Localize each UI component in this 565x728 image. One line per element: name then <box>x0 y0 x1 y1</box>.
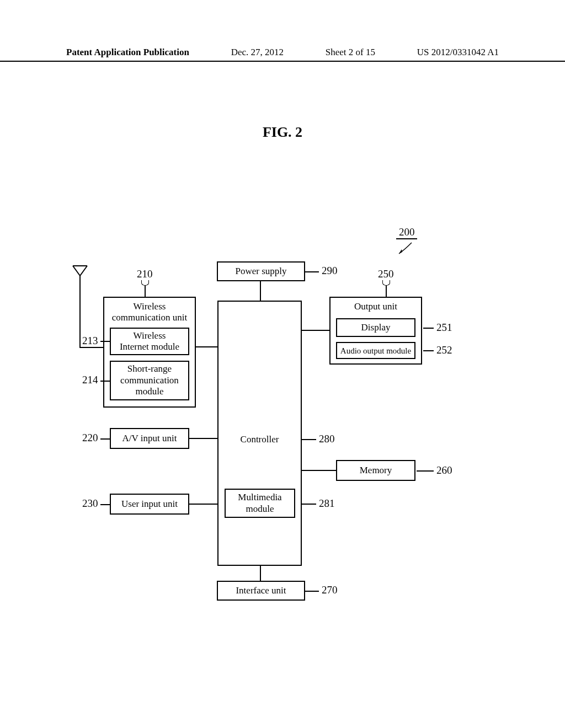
audio-output-box: Audio output module <box>336 342 415 359</box>
ref-210-arc <box>141 280 149 286</box>
antenna-line-v <box>79 298 81 347</box>
ref-280-line <box>302 439 316 440</box>
controller-box: Controller <box>217 301 302 566</box>
multimedia-label: Multimediamodule <box>238 492 281 515</box>
ref-220-line <box>100 438 110 440</box>
header-date: Dec. 27, 2012 <box>231 47 284 58</box>
power-controller-line <box>260 281 261 301</box>
ref-251: 251 <box>436 322 452 334</box>
interface-unit-label: Interface unit <box>236 585 286 596</box>
header-left: Patent Application Publication <box>66 47 189 58</box>
header-sheet: Sheet 2 of 15 <box>326 47 375 58</box>
av-controller-line <box>189 438 217 439</box>
av-input-box: A/V input unit <box>110 428 189 449</box>
antenna-icon <box>72 264 88 299</box>
ref-280: 280 <box>319 433 335 445</box>
user-controller-line <box>189 504 217 505</box>
controller-interface-line <box>260 566 261 581</box>
ref-270-line <box>305 591 319 592</box>
display-box: Display <box>336 318 415 337</box>
header-pubno: US 2012/0331042 A1 <box>417 47 499 58</box>
ref-213: 213 <box>82 335 98 347</box>
interface-unit-box: Interface unit <box>217 581 305 601</box>
antenna-line-h <box>79 347 103 348</box>
av-input-label: A/V input unit <box>122 433 177 444</box>
user-input-box: User input unit <box>110 494 189 515</box>
ref-214-line <box>100 381 110 382</box>
ref-230-line <box>100 504 110 505</box>
ref-200-underline <box>396 238 417 239</box>
wireless-internet-box: WirelessInternet module <box>110 328 189 355</box>
ref-220: 220 <box>82 432 98 444</box>
ref-214: 214 <box>82 374 98 386</box>
ref-290: 290 <box>322 265 338 277</box>
ref-290-line <box>305 271 319 272</box>
memory-label: Memory <box>360 465 392 476</box>
ref-251-line <box>423 328 434 329</box>
ref-252-line <box>423 350 434 351</box>
figure-title: FIG. 2 <box>0 124 565 141</box>
output-controller-line <box>302 330 329 331</box>
ref-281-line <box>302 504 316 505</box>
multimedia-box: Multimediamodule <box>225 489 295 518</box>
ref-260: 260 <box>436 464 452 477</box>
audio-output-label: Audio output module <box>340 346 411 356</box>
short-range-label: Short-rangecommunicationmodule <box>120 363 179 397</box>
ref-213-line <box>100 341 110 342</box>
short-range-box: Short-rangecommunicationmodule <box>110 361 189 400</box>
ref-210: 210 <box>137 268 153 280</box>
memory-controller-line <box>302 470 336 471</box>
ref-210-line <box>145 286 146 297</box>
ref-250-line <box>386 286 387 297</box>
ref-250: 250 <box>378 268 394 280</box>
ref-230: 230 <box>82 497 98 510</box>
output-unit-label: Output unit <box>354 301 397 312</box>
ref-252: 252 <box>436 344 452 356</box>
controller-label: Controller <box>241 434 279 445</box>
ref-281: 281 <box>319 497 335 510</box>
ref-200: 200 <box>399 226 415 238</box>
ref-270: 270 <box>322 584 338 596</box>
power-supply-box: Power supply <box>217 261 305 281</box>
ref-200-arrow <box>396 242 413 258</box>
wireless-internet-label: WirelessInternet module <box>120 330 179 353</box>
ref-250-arc <box>382 280 390 286</box>
power-supply-label: Power supply <box>235 266 286 277</box>
ref-260-line <box>417 470 434 472</box>
wireless-controller-line <box>196 346 217 347</box>
page-header: Patent Application Publication Dec. 27, … <box>0 47 565 62</box>
memory-box: Memory <box>336 460 415 481</box>
display-label: Display <box>361 322 391 333</box>
wireless-comm-label: Wirelesscommunication unit <box>112 301 187 324</box>
user-input-label: User input unit <box>121 499 178 510</box>
